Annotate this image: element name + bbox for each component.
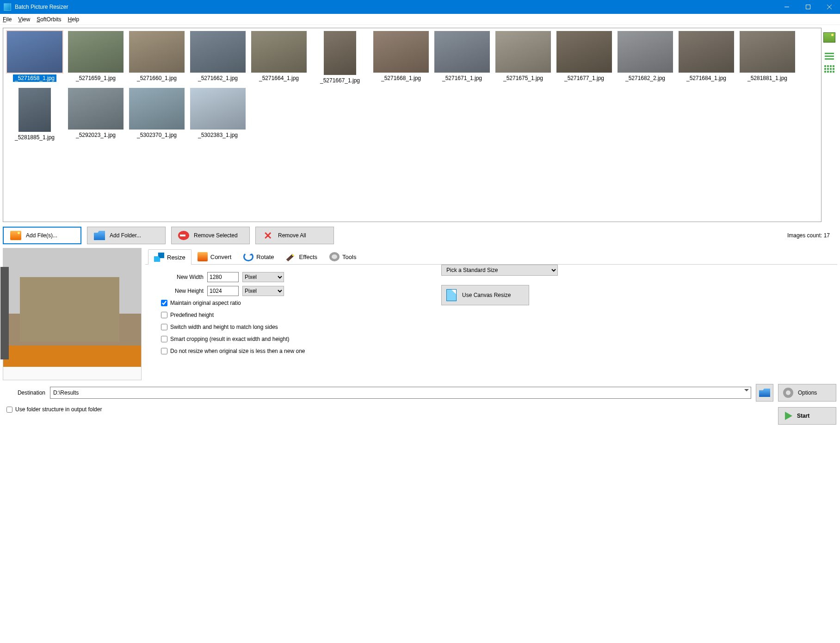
thumbnail-item[interactable]: _5271684_1.jpg [677, 30, 736, 85]
thumbnail-item[interactable]: _5271671_1.jpg [432, 30, 492, 85]
thumbnail-image [740, 31, 795, 73]
menu-file[interactable]: File [3, 16, 12, 23]
thumbnail-item[interactable]: _5271662_1.jpg [188, 30, 247, 85]
thumbnail-image [19, 88, 51, 132]
thumbnail-item[interactable]: _5271659_1.jpg [66, 30, 125, 85]
new-height-label: New Height [159, 288, 204, 294]
thumbnail-item[interactable]: _5281885_1.jpg [5, 87, 64, 142]
menu-softorbits[interactable]: SoftOrbits [37, 16, 61, 23]
arrow-right-icon [785, 412, 792, 420]
thumbnail-label: _5271659_1.jpg [74, 74, 117, 82]
menu-help[interactable]: Help [68, 16, 80, 23]
view-toolbar [821, 28, 837, 222]
canvas-resize-button[interactable]: Use Canvas Resize [441, 285, 529, 305]
tab-tools[interactable]: Tools [323, 249, 362, 264]
destination-input[interactable]: D:\Results [50, 387, 751, 399]
preview-image [3, 248, 141, 367]
thumbnail-item[interactable]: _5271658_1.jpg [5, 30, 64, 85]
thumbnail-item[interactable]: _5271667_1.jpg [310, 30, 370, 85]
thumbnail-image [373, 31, 429, 73]
convert-icon [198, 252, 208, 261]
thumbnail-label: _5271658_1.jpg [13, 74, 56, 82]
thumbnail-item[interactable]: _5271675_1.jpg [494, 30, 553, 85]
thumbnail-label: _5271671_1.jpg [440, 74, 484, 82]
tab-bar: Resize Convert Rotate Effects Tools [145, 248, 837, 265]
thumbnail-image [434, 31, 490, 73]
close-icon: ✕ [262, 231, 273, 240]
thumbnail-image [679, 31, 734, 73]
thumbnail-item[interactable]: _5271664_1.jpg [249, 30, 309, 85]
add-files-label: Add File(s)... [26, 232, 57, 239]
smart-cropping-check[interactable]: Smart cropping (result in exact width an… [161, 336, 835, 342]
folder-structure-check[interactable]: Use folder structure in output folder [6, 406, 773, 413]
standard-size-select[interactable]: Pick a Standard Size [441, 265, 558, 276]
menubar: File View SoftOrbits Help [0, 14, 840, 25]
start-button[interactable]: Start [778, 407, 836, 425]
view-list-icon[interactable] [823, 48, 835, 58]
new-height-input[interactable] [207, 286, 239, 296]
thumbnail-grid[interactable]: _5271658_1.jpg_5271659_1.jpg_5271660_1.j… [3, 28, 821, 222]
folder-icon [94, 231, 105, 240]
close-button[interactable] [819, 0, 840, 14]
view-grid-icon[interactable] [823, 64, 835, 74]
remove-selected-label: Remove Selected [194, 232, 238, 239]
thumbnail-image [129, 88, 185, 130]
thumbnail-item[interactable]: _5271668_1.jpg [371, 30, 431, 85]
thumbnail-label: _5281881_1.jpg [746, 74, 789, 82]
canvas-icon [446, 289, 457, 301]
picture-icon [10, 231, 21, 240]
rotate-icon [243, 252, 253, 261]
thumbnail-image [495, 31, 551, 73]
thumbnail-item[interactable]: _5292023_1.jpg [66, 87, 125, 142]
predefined-height-check[interactable]: Predefined height [161, 312, 835, 318]
thumbnail-image [7, 31, 62, 73]
add-files-button[interactable]: Add File(s)... [3, 227, 81, 244]
thumbnail-label: _5271684_1.jpg [685, 74, 728, 82]
thumbnail-item[interactable]: _5302383_1.jpg [188, 87, 247, 142]
thumbnail-image [324, 31, 356, 75]
tab-effects[interactable]: Effects [280, 249, 324, 264]
tab-rotate[interactable]: Rotate [237, 249, 280, 264]
add-folder-button[interactable]: Add Folder... [87, 227, 166, 244]
maximize-button[interactable] [797, 0, 819, 14]
options-button[interactable]: Options [778, 384, 836, 402]
thumbnail-label: _5271682_2.jpg [624, 74, 667, 82]
preview-panel [3, 248, 142, 380]
thumbnail-item[interactable]: _5271682_2.jpg [616, 30, 675, 85]
remove-selected-button[interactable]: Remove Selected [171, 227, 250, 244]
thumbnail-label: _5292023_1.jpg [74, 131, 117, 139]
images-count: Images count: 17 [787, 232, 837, 239]
gear-icon [783, 388, 793, 398]
add-folder-label: Add Folder... [110, 232, 141, 239]
height-unit-select[interactable]: Pixel [242, 286, 284, 296]
thumbnail-item[interactable]: _5281881_1.jpg [738, 30, 797, 85]
menu-view[interactable]: View [18, 16, 30, 23]
folder-open-icon [759, 389, 770, 397]
browse-folder-button[interactable] [756, 384, 773, 402]
thumbnail-item[interactable]: _5271660_1.jpg [127, 30, 186, 85]
new-width-input[interactable] [207, 272, 239, 282]
no-upscale-check[interactable]: Do not resize when original size is less… [161, 348, 835, 354]
thumbnail-item[interactable]: _5302370_1.jpg [127, 87, 186, 142]
remove-all-label: Remove All [278, 232, 306, 239]
chevron-down-icon [744, 389, 749, 394]
thumbnail-label: _5271660_1.jpg [135, 74, 179, 82]
width-unit-select[interactable]: Pixel [242, 272, 284, 282]
thumbnail-item[interactable]: _5271677_1.jpg [555, 30, 614, 85]
remove-all-button[interactable]: ✕ Remove All [255, 227, 334, 244]
thumbnail-image [129, 31, 185, 73]
thumbnail-label: _5271668_1.jpg [379, 74, 423, 82]
tab-convert[interactable]: Convert [191, 249, 238, 264]
thumbnail-label: _5281885_1.jpg [13, 134, 56, 141]
titlebar: Batch Picture Resizer [0, 0, 840, 14]
tab-resize[interactable]: Resize [148, 249, 191, 265]
window-title: Batch Picture Resizer [15, 4, 776, 10]
app-icon [4, 3, 11, 11]
tools-icon [329, 252, 340, 261]
thumbnail-image [618, 31, 673, 73]
minimize-button[interactable] [776, 0, 797, 14]
thumbnail-image [190, 88, 246, 130]
view-thumbnails-icon[interactable] [823, 32, 835, 43]
switch-sides-check[interactable]: Switch width and height to match long si… [161, 324, 835, 330]
remove-icon [178, 231, 189, 240]
